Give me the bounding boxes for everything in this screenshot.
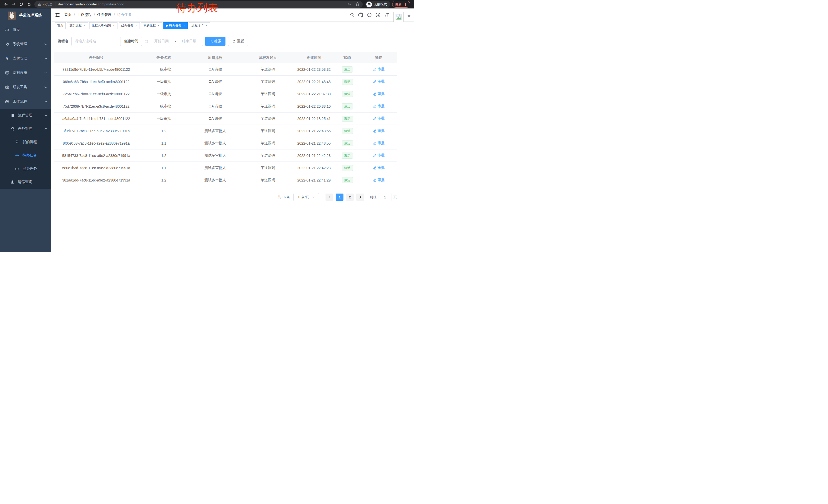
sidebar-item-system[interactable]: 系统管理	[0, 37, 51, 51]
table-row: 8f0d1619-7ac8-11ec-a9e2-a2380e71991a1.2测…	[54, 125, 397, 137]
star-icon[interactable]	[355, 2, 360, 6]
status-badge: 激活	[342, 128, 353, 134]
status-cell: 激活	[334, 165, 361, 171]
edit-icon	[373, 178, 377, 182]
breadcrumb-item[interactable]: 首页	[65, 12, 72, 17]
sidebar-item-done-task[interactable]: 已办任务	[0, 162, 51, 175]
close-icon[interactable]: ×	[135, 24, 137, 28]
address-bar[interactable]: 不安全 dashboard.yudao.iocoder.cn/bpm/task/…	[34, 1, 363, 8]
approve-button[interactable]: 审批	[373, 141, 385, 145]
page-url[interactable]: dashboard.yudao.iocoder.cn/bpm/task/todo	[58, 2, 124, 6]
close-icon[interactable]: ×	[205, 24, 208, 28]
date-range-input[interactable]: 开始日期 - 结束日期	[141, 37, 203, 46]
status-cell: 激活	[334, 116, 361, 122]
incognito-label: 无痕模式	[374, 2, 387, 7]
edit-icon	[373, 141, 377, 145]
sidebar: 芋道管理系统 首页系统管理¥支付管理基础设施研发工具工作流程流程管理任务管理我的…	[0, 8, 51, 252]
sidebar-toggle-icon[interactable]	[55, 13, 60, 17]
goto-page-input[interactable]: 1	[379, 193, 391, 201]
forward-icon[interactable]	[10, 1, 17, 8]
page-size-select[interactable]: 10条/页	[293, 193, 319, 201]
toolbox-icon	[5, 85, 9, 89]
security-label[interactable]: 不安全	[43, 2, 52, 7]
prev-page-button[interactable]	[326, 193, 333, 201]
process-cell: OA 请假	[189, 104, 241, 109]
process-name-input[interactable]: 请输入流程名	[71, 37, 121, 46]
next-page-button[interactable]	[356, 193, 364, 201]
key-icon[interactable]	[347, 2, 352, 6]
close-icon[interactable]: ×	[83, 24, 86, 28]
tab-home[interactable]: 首页	[55, 22, 66, 29]
user-icon	[10, 180, 14, 184]
sidebar-item-devtools[interactable]: 研发工具	[0, 80, 51, 94]
breadcrumb-item[interactable]: 工作流程	[77, 12, 92, 17]
sidebar-item-payment[interactable]: ¥支付管理	[0, 51, 51, 65]
approve-button[interactable]: 审批	[373, 92, 385, 96]
approve-button[interactable]: 审批	[373, 129, 385, 133]
close-icon[interactable]: ×	[112, 24, 115, 28]
tab-label: 待办任务	[169, 23, 181, 28]
github-icon[interactable]	[358, 12, 363, 17]
search-button[interactable]: 搜索	[205, 37, 225, 46]
sidebar-item-home[interactable]: 首页	[0, 22, 51, 37]
search-icon[interactable]	[350, 12, 355, 17]
page-1-button[interactable]: 1	[336, 193, 343, 201]
tab-done-task[interactable]: 已办任务×	[119, 22, 140, 29]
back-icon[interactable]	[2, 1, 10, 8]
close-icon[interactable]: ×	[157, 24, 160, 28]
sidebar-logo[interactable]: 芋道管理系统	[0, 8, 51, 22]
sidebar-item-infra[interactable]: 基础设施	[0, 65, 51, 80]
tab-start-process[interactable]: 发起流程×	[67, 22, 88, 29]
close-icon[interactable]: ×	[182, 24, 185, 28]
column-header: 创建时间	[294, 55, 334, 60]
approve-button[interactable]: 审批	[373, 153, 385, 158]
sidebar-item-todo-task[interactable]: 待办任务	[0, 149, 51, 162]
goto-page-suffix: 页	[394, 195, 397, 199]
process-name-placeholder: 请输入流程名	[75, 39, 96, 44]
status-cell: 激活	[334, 91, 361, 97]
approve-button[interactable]: 审批	[373, 104, 385, 108]
approve-button[interactable]: 审批	[373, 67, 385, 72]
table-header-row: 任务编号任务名称所属流程流程发起人创建时间状态操作	[54, 52, 397, 63]
page-2-button[interactable]: 2	[346, 193, 354, 201]
sidebar-item-label: 基础设施	[13, 71, 27, 75]
approve-button[interactable]: 审批	[373, 79, 385, 84]
reset-button[interactable]: 重置	[228, 37, 248, 46]
task-id-cell: 73211d9d-7b9b-11ec-b5b7-acde48001122	[54, 67, 138, 72]
avatar[interactable]	[394, 12, 404, 22]
status-badge: 激活	[342, 140, 353, 146]
table-body: 73211d9d-7b9b-11ec-b5b7-acde48001122一级审批…	[54, 63, 397, 186]
starter-cell: 芋道源码	[241, 104, 294, 109]
tab-process-detail[interactable]: 流程详情×	[189, 22, 210, 29]
tab-label: 流程表单-编辑	[92, 23, 111, 28]
approve-button[interactable]: 审批	[373, 165, 385, 170]
approve-button[interactable]: 审批	[373, 178, 385, 182]
tab-form-edit[interactable]: 流程表单-编辑×	[89, 22, 118, 29]
reload-icon[interactable]	[17, 1, 25, 8]
starter-cell: 芋道源码	[241, 92, 294, 96]
breadcrumb-item[interactable]: 任务管理	[97, 12, 112, 17]
tab-my-process[interactable]: 我的流程×	[141, 22, 162, 29]
action-cell: 审批	[361, 165, 397, 170]
fullscreen-icon[interactable]	[376, 12, 380, 17]
caret-down-icon[interactable]	[408, 15, 410, 17]
sidebar-item-leave-query[interactable]: 请假查询	[0, 175, 51, 189]
approve-button[interactable]: 审批	[373, 116, 385, 121]
sidebar-item-task-mgmt[interactable]: 任务管理	[0, 122, 51, 135]
browser-menu-icon[interactable]: ⋮	[404, 2, 407, 6]
edit-icon	[373, 166, 377, 170]
sidebar-item-label: 系统管理	[13, 42, 27, 46]
column-header: 任务编号	[54, 55, 138, 60]
font-size-icon[interactable]	[384, 12, 389, 17]
update-button[interactable]: 更新 ⋮	[392, 1, 410, 8]
sidebar-item-my-process[interactable]: 我的流程	[0, 135, 51, 149]
approve-button-label: 审批	[378, 178, 385, 182]
sidebar-item-workflow[interactable]: 工作流程	[0, 94, 51, 109]
status-badge: 激活	[342, 91, 353, 97]
tab-todo-task[interactable]: 待办任务×	[163, 22, 188, 29]
home-icon[interactable]	[25, 1, 33, 8]
sidebar-item-process-mgmt[interactable]: 流程管理	[0, 109, 51, 122]
action-cell: 审批	[361, 104, 397, 109]
process-cell: 测试多审批人	[189, 153, 241, 158]
help-icon[interactable]	[367, 12, 372, 17]
